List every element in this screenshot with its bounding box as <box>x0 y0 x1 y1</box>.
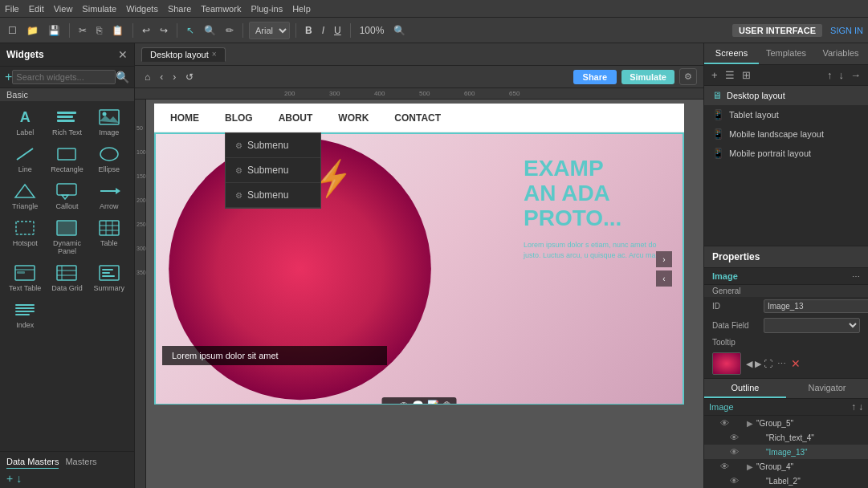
undo-button[interactable]: ↩ <box>139 23 153 38</box>
add-screen-button[interactable]: + <box>709 68 720 82</box>
id-value-input[interactable] <box>764 299 868 313</box>
widget-dynamic-panel[interactable]: Dynamic Panel <box>47 215 87 258</box>
zoom-tool[interactable]: 🔍 <box>201 23 219 38</box>
outline-eye-icon-3[interactable]: 👁 <box>730 447 739 457</box>
menu-edit[interactable]: Edit <box>29 4 44 14</box>
italic-button[interactable]: I <box>319 23 328 38</box>
paste-button[interactable]: 📋 <box>108 23 127 38</box>
data-masters-tab[interactable]: Data Masters <box>6 455 59 469</box>
underline-button[interactable]: U <box>331 23 344 38</box>
outline-eye-icon-4[interactable]: 👁 <box>720 462 729 471</box>
back-canvas-button[interactable]: ‹ <box>157 70 166 84</box>
image-remove-button[interactable]: ✕ <box>791 357 801 370</box>
tab-outline[interactable]: Outline <box>704 379 786 398</box>
nav-blog[interactable]: BLOG <box>222 112 256 124</box>
import-data-master-button[interactable]: ↓ <box>16 472 22 485</box>
tab-screens[interactable]: Screens <box>704 43 759 64</box>
signin-button[interactable]: SIGN IN <box>830 26 863 35</box>
redo-button[interactable]: ↪ <box>157 23 171 38</box>
canvas-settings-button[interactable]: ⚙ <box>679 68 697 85</box>
widget-image[interactable]: Image <box>89 104 129 140</box>
pen-tool[interactable]: ✏ <box>222 23 237 38</box>
nav-about[interactable]: ABOUT <box>275 112 316 124</box>
comment-canvas-icon[interactable]: 💬 <box>412 400 424 405</box>
desktop-layout-tab[interactable]: Desktop layout × <box>141 47 226 62</box>
tab-close-icon[interactable]: × <box>212 50 217 59</box>
menu-teamwork[interactable]: Teamwork <box>201 4 241 14</box>
new-button[interactable]: ☐ <box>5 23 20 38</box>
note-canvas-icon[interactable]: 📝 <box>427 400 439 405</box>
outline-down-button[interactable]: ↓ <box>858 401 863 413</box>
pointer-tool[interactable]: ↖ <box>183 23 198 38</box>
outline-group5[interactable]: 👁 ▶ "Group_5" <box>704 416 868 430</box>
menu-share[interactable]: Share <box>168 4 191 14</box>
outline-up-button[interactable]: ↑ <box>851 401 856 413</box>
screen-tablet-layout[interactable]: 📱 Tablet layout <box>704 105 868 124</box>
tab-templates[interactable]: Templates <box>759 43 813 64</box>
trash-canvas-icon[interactable]: 🗑 <box>442 400 452 405</box>
expand-icon-4[interactable]: ▶ <box>747 462 753 471</box>
outline-rich-text4[interactable]: 👁 "Rich_text_4" <box>704 430 868 445</box>
widget-callout[interactable]: Callout <box>47 178 87 214</box>
data-field-select[interactable] <box>764 318 860 333</box>
expand-icon[interactable]: ⋯ <box>852 272 860 281</box>
outline-group4[interactable]: 👁 ▶ "Group_4" <box>704 459 868 474</box>
outline-eye-icon-5[interactable]: 👁 <box>730 476 739 486</box>
tab-navigator[interactable]: Navigator <box>786 379 868 398</box>
search-icon[interactable]: 🔍 <box>116 71 129 83</box>
widget-arrow[interactable]: Arrow <box>89 178 129 214</box>
outline-label2[interactable]: 👁 "Label_2" <box>704 474 868 488</box>
menu-file[interactable]: File <box>5 4 19 14</box>
widget-text-table[interactable]: Text Table <box>5 260 45 295</box>
widget-search-input[interactable] <box>12 70 116 84</box>
widget-label[interactable]: A Label <box>5 104 45 140</box>
website-preview[interactable]: HOME BLOG ABOUT WORK CONTACT ⚙ Submenu <box>154 104 684 405</box>
widget-ellipse[interactable]: Ellipse <box>89 141 129 177</box>
screen-nav-down[interactable]: ↓ <box>837 68 847 82</box>
canvas-area[interactable]: 200 300 400 500 600 650 50 100 150 200 2… <box>135 88 703 488</box>
add-data-master-button[interactable]: + <box>6 472 13 485</box>
zoom-level-btn[interactable]: 100% <box>357 23 388 38</box>
grid-view-button[interactable]: ⊞ <box>740 68 753 82</box>
tab-variables[interactable]: Variables <box>813 43 868 64</box>
screen-nav-up[interactable]: ↑ <box>825 68 835 82</box>
eye-canvas-icon[interactable]: 👁 <box>399 400 409 405</box>
expand-icon-1[interactable]: ▶ <box>747 419 753 428</box>
dropdown-item-2[interactable]: ⚙ Submenu <box>226 158 320 183</box>
masters-tab[interactable]: Masters <box>65 455 96 469</box>
outline-eye-icon-1[interactable]: 👁 <box>720 418 729 428</box>
widget-index[interactable]: Index <box>5 297 45 332</box>
outline-eye-icon-2[interactable]: 👁 <box>730 433 739 442</box>
widgets-collapse-button[interactable]: ✕ <box>118 48 128 61</box>
screen-mobile-landscape[interactable]: 📱 Mobile landscape layout <box>704 124 868 144</box>
widget-rich-text[interactable]: Rich Text <box>47 104 87 140</box>
slider-next-button[interactable]: › <box>656 251 672 267</box>
refresh-canvas-button[interactable]: ↺ <box>182 70 197 84</box>
menu-plugins[interactable]: Plug-ins <box>251 4 283 14</box>
screen-nav-right[interactable]: → <box>848 68 863 82</box>
save-button[interactable]: 💾 <box>45 23 63 38</box>
thumb-prev-button[interactable]: ◀ <box>746 359 752 369</box>
home-canvas-button[interactable]: ⌂ <box>141 70 153 84</box>
dropdown-item-1[interactable]: ⚙ Submenu <box>226 133 320 158</box>
slider-prev-button[interactable]: ‹ <box>656 270 672 287</box>
widget-rectangle[interactable]: Rectangle <box>47 141 87 177</box>
nav-home[interactable]: HOME <box>167 112 202 124</box>
simulate-button[interactable]: Simulate <box>621 70 674 84</box>
design-canvas[interactable]: HOME BLOG ABOUT WORK CONTACT ⚙ Submenu <box>146 100 703 488</box>
widget-hotspot[interactable]: Hotspot <box>5 215 45 258</box>
thumb-play-button[interactable]: ▶ <box>755 359 761 369</box>
menu-widgets[interactable]: Widgets <box>126 4 158 14</box>
open-button[interactable]: 📁 <box>23 23 42 38</box>
widget-triangle[interactable]: Triangle <box>5 178 45 214</box>
nav-work[interactable]: WORK <box>335 112 372 124</box>
list-view-button[interactable]: ☰ <box>723 68 737 82</box>
cut-button[interactable]: ✂ <box>75 23 90 38</box>
share-button[interactable]: Share <box>573 70 617 84</box>
add-widget-button[interactable]: + <box>5 70 12 84</box>
widget-summary[interactable]: Summary <box>89 260 129 295</box>
font-family-select[interactable]: Arial <box>249 22 290 39</box>
widget-data-grid[interactable]: Data Grid <box>47 260 87 295</box>
screen-desktop-layout[interactable]: 🖥 Desktop layout <box>704 86 868 105</box>
menu-help[interactable]: Help <box>292 4 311 14</box>
